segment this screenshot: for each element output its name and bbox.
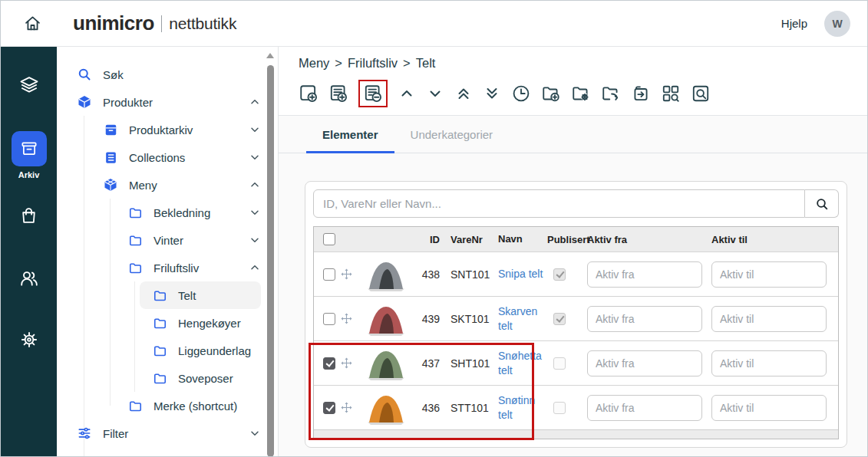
sidebar-item-sok[interactable]: Søk <box>57 61 278 88</box>
box-search-icon[interactable] <box>691 84 711 104</box>
chevron-down-icon[interactable] <box>249 427 261 439</box>
sidebar-item-hengekoyer[interactable]: Hengekøyer <box>57 309 278 337</box>
product-link[interactable]: Snøhetta telt <box>498 350 542 376</box>
sidebar-item-soveposer[interactable]: Soveposer <box>57 364 278 392</box>
grid-search-icon[interactable] <box>661 84 681 104</box>
cell-varenr: SKT101 <box>443 313 492 325</box>
sidebar-item-label: Friluftsliv <box>153 261 199 275</box>
rail-item-settings[interactable] <box>18 329 40 350</box>
horizontal-scrollbar-track[interactable] <box>314 429 838 439</box>
remove-list-item-icon[interactable] <box>363 84 383 104</box>
duplicate-arrow-icon[interactable] <box>631 84 651 104</box>
search-input[interactable] <box>313 189 805 218</box>
breadcrumb-friluftsliv[interactable]: Friluftsliv <box>348 56 398 71</box>
sidebar-item-produkter[interactable]: Produkter <box>57 88 278 116</box>
aktiv-til-input[interactable] <box>711 350 827 376</box>
rail-item-customers[interactable] <box>18 268 40 289</box>
cell-id: 439 <box>412 313 443 325</box>
scrollbar-thumb[interactable] <box>267 65 274 457</box>
sidebar-item-label: Bekledning <box>153 206 210 219</box>
tab-underkategorier[interactable]: Underkategorier <box>394 128 510 153</box>
search-icon <box>77 67 92 82</box>
folder-add-icon[interactable] <box>541 84 561 104</box>
content-card: ID VareNr Navn Publisert Aktiv fra Aktiv… <box>305 181 847 448</box>
aktiv-til-input[interactable] <box>711 261 827 288</box>
brand-product: nettbutikk <box>169 15 236 33</box>
sidebar-item-collections[interactable]: Collections <box>57 143 278 171</box>
chevron-down-icon[interactable] <box>249 123 261 136</box>
breadcrumb-meny[interactable]: Meny <box>299 56 329 71</box>
aktiv-fra-input[interactable] <box>587 395 702 421</box>
aktiv-til-input[interactable] <box>711 306 827 332</box>
avatar[interactable]: W <box>824 11 850 37</box>
search-button[interactable] <box>805 189 839 218</box>
chevron-down-icon[interactable] <box>249 151 261 163</box>
chevron-up-icon[interactable] <box>249 261 261 274</box>
drag-handle-icon[interactable] <box>340 268 366 281</box>
cell-varenr: SNT101 <box>443 268 492 281</box>
main-content: Meny > Friluftsliv > Telt <box>279 47 867 457</box>
home-icon[interactable] <box>19 11 45 37</box>
aktiv-til-input[interactable] <box>711 395 827 421</box>
sidebar-item-label: Søk <box>103 68 124 81</box>
chevron-down-icon[interactable] <box>249 234 261 246</box>
sidebar-item-meny[interactable]: Meny <box>57 171 278 199</box>
tab-elementer[interactable]: Elementer <box>306 128 394 153</box>
row-select-checkbox[interactable] <box>323 357 335 370</box>
drag-handle-icon[interactable] <box>340 401 366 414</box>
sidebar-item-produktarkiv[interactable]: Produktarkiv <box>57 116 278 143</box>
sidebar-item-telt[interactable]: Telt <box>140 281 261 309</box>
row-select-checkbox[interactable] <box>323 402 335 414</box>
sidebar-item-filter[interactable]: Filter <box>57 419 278 447</box>
sidebar-item-vinter[interactable]: Vinter <box>57 226 278 254</box>
chevron-down-icon[interactable] <box>249 206 261 219</box>
sidebar-item-bekledning[interactable]: Bekledning <box>57 199 278 226</box>
product-link[interactable]: Snøtinn telt <box>498 394 535 421</box>
product-link[interactable]: Snipa telt <box>498 268 543 280</box>
row-select-checkbox[interactable] <box>323 313 335 325</box>
brand-divider <box>161 15 163 32</box>
sidebar-item-liggeunderlag[interactable]: Liggeunderlag <box>57 337 278 364</box>
chevron-up-icon[interactable] <box>249 179 261 191</box>
chevrons-down-icon[interactable] <box>483 84 501 103</box>
chevron-down-icon[interactable] <box>426 84 444 103</box>
breadcrumb-telt[interactable]: Telt <box>416 56 436 71</box>
breadcrumb: Meny > Friluftsliv > Telt <box>299 56 867 71</box>
chevrons-up-icon[interactable] <box>454 84 473 103</box>
scrollbar-up-arrow[interactable] <box>266 53 274 58</box>
aktiv-fra-input[interactable] <box>587 261 702 288</box>
clock-icon[interactable] <box>511 84 531 104</box>
chevron-up-icon[interactable] <box>398 84 416 103</box>
folder-gear-icon[interactable] <box>571 84 591 104</box>
select-all-checkbox[interactable] <box>323 233 335 245</box>
rail-item-shop[interactable] <box>18 205 39 226</box>
add-element-icon[interactable] <box>299 84 318 104</box>
publisert-checkbox <box>553 268 566 281</box>
folder-icon <box>127 205 143 220</box>
help-link[interactable]: Hjelp <box>781 17 807 30</box>
add-list-item-icon[interactable] <box>328 84 348 104</box>
row-select-checkbox[interactable] <box>323 268 335 281</box>
sidebar-item-label: Meny <box>129 179 157 192</box>
brand-name: unimicro <box>73 12 154 35</box>
rail-item-arkiv[interactable]: Arkiv <box>12 131 47 179</box>
sidebar-item-friluftsliv[interactable]: Friluftsliv <box>57 254 278 281</box>
gear-icon <box>18 329 40 350</box>
cell-varenr: SHT101 <box>443 357 492 370</box>
table-row: 439 SKT101 Skarven telt <box>314 296 838 340</box>
shopping-bag-icon <box>18 205 39 226</box>
product-link[interactable]: Skarven telt <box>498 305 537 332</box>
rail-item-layers[interactable] <box>18 74 40 96</box>
header-aktiv-til: Aktiv til <box>708 234 838 245</box>
sidebar-item-label: Hengekøyer <box>178 317 241 330</box>
aktiv-fra-input[interactable] <box>587 306 702 332</box>
sidebar-nav: Søk Produkter Produktarkiv <box>57 47 279 457</box>
folder-move-icon[interactable] <box>601 84 621 104</box>
drag-handle-icon[interactable] <box>340 312 366 325</box>
folder-icon <box>152 343 167 358</box>
publisert-checkbox <box>553 313 566 325</box>
chevron-up-icon[interactable] <box>249 96 261 108</box>
aktiv-fra-input[interactable] <box>587 350 702 376</box>
drag-handle-icon[interactable] <box>340 357 366 370</box>
sidebar-item-merke-shortcut[interactable]: Merke (shortcut) <box>57 392 278 419</box>
